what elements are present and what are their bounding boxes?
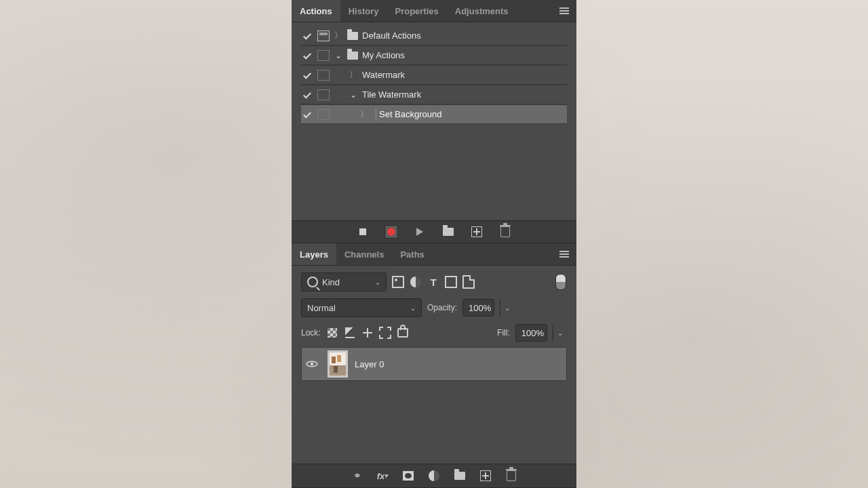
tab-history[interactable]: History <box>340 0 387 22</box>
check-icon <box>302 51 312 60</box>
stop-icon <box>359 228 366 235</box>
layer-name[interactable]: Layer 0 <box>355 359 384 369</box>
new-group-button[interactable] <box>453 469 467 483</box>
actions-tabbar: Actions History Properties Adjustments <box>292 0 576 22</box>
search-icon <box>307 277 318 287</box>
new-adjustment-button[interactable] <box>427 469 441 483</box>
toggle-enabled[interactable] <box>301 89 313 101</box>
folder-icon <box>347 32 358 40</box>
toggle-enabled[interactable] <box>301 30 313 42</box>
filter-adjustment-icon[interactable] <box>410 276 422 288</box>
blend-opacity-row: Normal ⌄ Opacity: 100% ⌄ <box>301 298 567 317</box>
toggle-dialog[interactable] <box>317 70 330 81</box>
opacity-field[interactable]: 100% <box>462 299 494 317</box>
delete-button[interactable] <box>498 225 512 239</box>
tab-channels[interactable]: Channels <box>336 243 393 265</box>
visibility-toggle[interactable] <box>303 360 321 368</box>
check-icon <box>302 70 312 80</box>
new-action-button[interactable] <box>470 225 484 239</box>
folder-icon <box>454 472 465 480</box>
dialog-icon <box>317 89 330 100</box>
record-icon <box>387 228 395 236</box>
lock-all-button[interactable] <box>397 327 409 339</box>
dialog-icon <box>317 50 330 61</box>
layers-footer: ⚭ fx▾ <box>292 464 576 487</box>
new-set-button[interactable] <box>441 225 455 239</box>
add-mask-button[interactable] <box>401 469 415 483</box>
action-label: Tile Watermark <box>362 89 421 100</box>
layer-thumbnail[interactable] <box>328 350 348 378</box>
filter-kind-label: Kind <box>322 277 340 287</box>
action-set-my-actions[interactable]: ⌄ My Actions <box>301 45 567 65</box>
filter-kind-select[interactable]: Kind ⌄ <box>301 272 387 291</box>
filter-pixel-icon[interactable] <box>392 276 404 288</box>
expand-toggle[interactable]: 〉 <box>359 108 369 120</box>
actions-panel-menu[interactable] <box>556 0 572 22</box>
tab-properties[interactable]: Properties <box>387 0 446 22</box>
link-layers-button[interactable]: ⚭ <box>350 469 363 483</box>
hamburger-icon <box>559 7 569 14</box>
fill-stepper[interactable]: ⌄ <box>553 325 567 341</box>
action-set-default[interactable]: 〉 Default Actions <box>301 26 567 45</box>
check-icon <box>302 31 312 41</box>
expand-toggle[interactable]: ⌄ <box>349 90 358 100</box>
mask-icon <box>403 471 414 481</box>
layers-panel-menu[interactable] <box>556 243 572 265</box>
blend-mode-select[interactable]: Normal ⌄ <box>301 298 422 317</box>
lock-pixels-button[interactable] <box>326 327 338 339</box>
opacity-stepper[interactable]: ⌄ <box>500 300 514 316</box>
plus-box-icon <box>480 470 491 481</box>
action-set-label: My Actions <box>362 50 405 60</box>
layers-controls: Kind ⌄ T Normal ⌄ Opacity: 100% <box>292 266 576 342</box>
plus-box-icon <box>471 226 482 237</box>
tab-layers[interactable]: Layers <box>292 243 336 265</box>
filter-shape-icon[interactable] <box>445 276 457 288</box>
play-icon <box>416 228 423 236</box>
toggle-enabled[interactable] <box>301 69 313 81</box>
blend-mode-value: Normal <box>307 303 336 313</box>
chevron-down-icon: ⌄ <box>375 279 380 286</box>
action-tile-watermark[interactable]: ⌄ Tile Watermark <box>301 85 567 104</box>
lock-position-button[interactable] <box>361 327 374 339</box>
tab-actions[interactable]: Actions <box>292 0 340 22</box>
filter-smartobject-icon[interactable] <box>462 276 475 288</box>
action-set-label: Default Actions <box>362 30 421 41</box>
dialog-icon <box>317 109 330 120</box>
expand-toggle[interactable]: 〉 <box>334 30 343 41</box>
filter-type-icon[interactable]: T <box>427 276 439 288</box>
lock-fill-row: Lock: Fill: 100% ⌄ <box>301 324 567 342</box>
action-step-label: Set Background <box>379 109 442 119</box>
fill-field[interactable]: 100% <box>515 324 547 342</box>
toggle-enabled[interactable] <box>301 49 313 62</box>
action-watermark[interactable]: 〉 Watermark <box>301 65 567 85</box>
toggle-dialog[interactable] <box>317 50 330 61</box>
new-layer-button[interactable] <box>479 469 492 483</box>
lock-artboard-button[interactable] <box>379 327 391 339</box>
tab-adjustments[interactable]: Adjustments <box>447 0 517 22</box>
record-button[interactable] <box>384 225 398 239</box>
expand-toggle[interactable]: ⌄ <box>334 51 343 60</box>
action-step-set-background[interactable]: 〉 Set Background <box>301 104 567 124</box>
fill-value: 100% <box>521 328 544 338</box>
lock-brush-button[interactable] <box>344 327 356 339</box>
expand-toggle[interactable]: 〉 <box>349 69 358 81</box>
toggle-dialog[interactable] <box>317 89 330 100</box>
stop-button[interactable] <box>356 225 370 239</box>
hamburger-icon <box>559 251 569 258</box>
opacity-value: 100% <box>469 303 491 313</box>
delete-layer-button[interactable] <box>505 469 518 483</box>
actions-tree: 〉 Default Actions ⌄ My Actions 〉 Waterma… <box>292 22 576 220</box>
play-button[interactable] <box>413 225 427 239</box>
toggle-enabled[interactable] <box>301 108 313 121</box>
actions-footer <box>292 220 576 243</box>
tab-paths[interactable]: Paths <box>392 243 432 265</box>
trash-icon <box>507 470 516 481</box>
eye-icon <box>306 360 318 368</box>
trash-icon <box>500 226 510 237</box>
layer-row[interactable]: Layer 0 <box>301 347 567 381</box>
check-icon <box>302 90 312 100</box>
toggle-dialog[interactable] <box>317 109 330 120</box>
layer-style-button[interactable]: fx▾ <box>376 469 389 483</box>
filter-toggle-switch[interactable] <box>555 276 567 288</box>
toggle-dialog[interactable] <box>317 30 330 41</box>
